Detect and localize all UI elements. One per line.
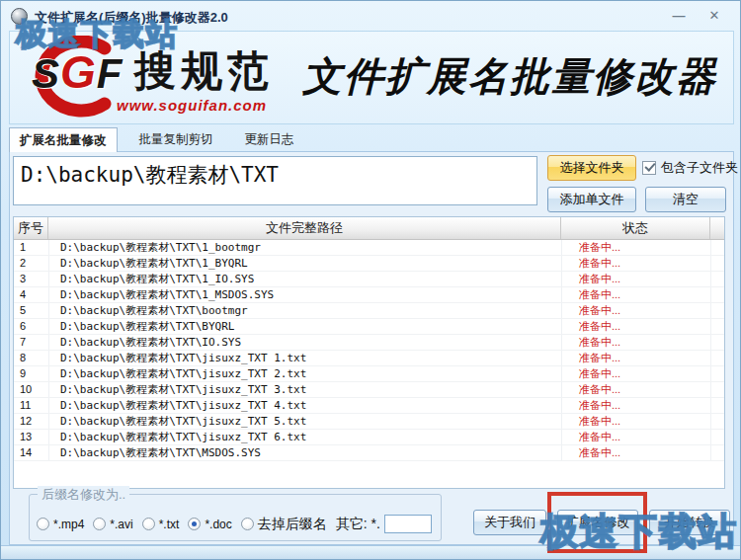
table-row[interactable]: 12 D:\backup\教程素材\TXT\jisuxz_TXT 5.txt 准… bbox=[14, 414, 724, 430]
cell-path: D:\backup\教程素材\TXT\bootmgr bbox=[48, 303, 561, 318]
cell-status: 准备中... bbox=[561, 398, 710, 413]
cell-path: D:\backup\教程素材\TXT\jisuxz_TXT 2.txt bbox=[48, 366, 561, 381]
logo-letter-g: G bbox=[60, 46, 97, 98]
cell-extra bbox=[710, 382, 724, 397]
extension-modify-button[interactable]: 扩展名修改 bbox=[557, 510, 638, 535]
table-row[interactable]: 4 D:\backup\教程素材\TXT\1_MSDOS.SYS 准备中... bbox=[14, 287, 724, 303]
cell-extra bbox=[710, 430, 724, 444]
cell-extra bbox=[710, 398, 724, 413]
cell-no: 1 bbox=[14, 240, 48, 255]
cell-status: 准备中... bbox=[561, 430, 710, 444]
radio-label: *.avi bbox=[110, 518, 132, 531]
cell-status: 准备中... bbox=[561, 256, 710, 271]
extension-radio[interactable]: *.doc bbox=[188, 518, 231, 531]
table-row[interactable]: 10 D:\backup\教程素材\TXT\jisuxz_TXT 3.txt 准… bbox=[14, 382, 724, 398]
logo-letter-s: S bbox=[32, 50, 60, 97]
cell-status: 准备中... bbox=[561, 303, 710, 318]
radio-circle-icon bbox=[37, 518, 49, 530]
header-extra bbox=[710, 217, 724, 239]
cell-path: D:\backup\教程素材\TXT\1_MSDOS.SYS bbox=[48, 287, 561, 302]
about-us-button[interactable]: 关于我们 bbox=[473, 510, 546, 535]
extension-radio[interactable]: *.mp4 bbox=[37, 518, 84, 531]
radio-circle-icon bbox=[188, 518, 201, 530]
app-window: 文件扩展名(后缀名)批量修改器2.0 — ✕ SGF 搜规范 www.sogui… bbox=[0, 0, 741, 560]
cell-no: 7 bbox=[14, 335, 48, 350]
close-button[interactable]: ✕ bbox=[702, 7, 726, 25]
file-table: 序号 文件完整路径 状态 1 D:\backup\教程素材\TXT\1_boot… bbox=[13, 216, 725, 489]
header-no[interactable]: 序号 bbox=[14, 217, 48, 239]
header-banner: SGF 搜规范 www.soguifan.com 文件扩展名批量修改器 bbox=[9, 31, 734, 124]
cell-no: 9 bbox=[14, 366, 48, 381]
cell-status: 准备中... bbox=[561, 335, 710, 350]
table-row[interactable]: 3 D:\backup\教程素材\TXT\1_IO.SYS 准备中... bbox=[14, 272, 724, 287]
radio-label: *.mp4 bbox=[53, 518, 84, 531]
cell-no: 6 bbox=[14, 319, 48, 334]
include-subfolders-checkbox[interactable]: 包含子文件夹 bbox=[642, 159, 738, 177]
app-icon bbox=[11, 8, 28, 25]
table-row[interactable]: 8 D:\backup\教程素材\TXT\jisuxz_TXT 1.txt 准备… bbox=[14, 351, 724, 366]
table-row[interactable]: 2 D:\backup\教程素材\TXT\1_BYQRL 准备中... bbox=[14, 256, 724, 272]
logo-cn-text: 搜规范 bbox=[134, 43, 274, 99]
cell-path: D:\backup\教程素材\TXT\jisuxz_TXT 1.txt bbox=[48, 351, 561, 365]
table-row[interactable]: 13 D:\backup\教程素材\TXT\jisuxz_TXT 6.txt 准… bbox=[14, 430, 724, 445]
radio-circle-icon bbox=[93, 518, 106, 530]
extension-radio[interactable]: *.txt bbox=[142, 518, 180, 531]
extension-groupbox: 后缀名修改为.. *.mp4 *.avi *.txt *.doc 去掉后缀名 其… bbox=[29, 494, 442, 541]
banner-title: 文件扩展名批量修改器 bbox=[302, 49, 717, 104]
folder-path-input[interactable]: D:\backup\教程素材\TXT bbox=[13, 156, 537, 205]
cell-path: D:\backup\教程素材\TXT\IO.SYS bbox=[48, 335, 561, 350]
cell-status: 准备中... bbox=[561, 382, 710, 397]
logo-url: www.soguifan.com bbox=[117, 97, 267, 114]
cell-extra bbox=[710, 256, 724, 271]
table-row[interactable]: 11 D:\backup\教程素材\TXT\jisuxz_TXT 4.txt 准… bbox=[14, 398, 724, 414]
cell-path: D:\backup\教程素材\TXT\jisuxz_TXT 4.txt bbox=[48, 398, 561, 413]
cell-status: 准备中... bbox=[561, 351, 710, 365]
other-extension-input[interactable] bbox=[384, 515, 432, 533]
cell-path: D:\backup\教程素材\TXT\1_bootmgr bbox=[48, 240, 561, 255]
logo-letter-f: F bbox=[97, 50, 124, 97]
extension-radio[interactable]: *.avi bbox=[93, 518, 132, 531]
cell-path: D:\backup\教程素材\TXT\jisuxz_TXT 6.txt bbox=[48, 430, 561, 444]
table-row[interactable]: 5 D:\backup\教程素材\TXT\bootmgr 准备中... bbox=[14, 303, 724, 319]
table-header-row: 序号 文件完整路径 状态 bbox=[14, 217, 724, 240]
cell-extra bbox=[710, 287, 724, 302]
table-row[interactable]: 9 D:\backup\教程素材\TXT\jisuxz_TXT 2.txt 准备… bbox=[14, 366, 724, 382]
title-bar: 文件扩展名(后缀名)批量修改器2.0 — ✕ bbox=[1, 1, 741, 31]
header-path[interactable]: 文件完整路径 bbox=[48, 217, 561, 239]
cell-extra bbox=[710, 366, 724, 381]
start-convert-button[interactable]: 开始转换 bbox=[649, 510, 730, 535]
cell-path: D:\backup\教程素材\TXT\jisuxz_TXT 5.txt bbox=[48, 414, 561, 429]
logo-letters: SGF bbox=[32, 45, 123, 99]
cell-extra bbox=[710, 445, 724, 460]
table-row[interactable]: 14 D:\backup\教程素材\TXT\MSDOS.SYS 准备中... bbox=[14, 445, 724, 461]
radio-label: *.txt bbox=[159, 518, 180, 531]
table-row[interactable]: 6 D:\backup\教程素材\TXT\BYQRL 准备中... bbox=[14, 319, 724, 335]
cell-extra bbox=[710, 272, 724, 286]
cell-no: 2 bbox=[14, 256, 48, 271]
cell-status: 准备中... bbox=[561, 366, 710, 381]
minimize-button[interactable]: — bbox=[667, 7, 691, 25]
cell-no: 14 bbox=[14, 445, 48, 460]
cell-no: 11 bbox=[14, 398, 48, 413]
clear-button[interactable]: 清空 bbox=[645, 187, 726, 212]
tab-batch-copy-cut[interactable]: 批量复制剪切 bbox=[129, 127, 223, 152]
extension-radio[interactable]: 去掉后缀名 bbox=[241, 516, 327, 533]
file-table-body: 1 D:\backup\教程素材\TXT\1_bootmgr 准备中... 2 … bbox=[14, 240, 724, 461]
cell-path: D:\backup\教程素材\TXT\1_IO.SYS bbox=[48, 272, 561, 286]
other-extension-label: 其它: *. bbox=[336, 516, 380, 533]
cell-status: 准备中... bbox=[561, 319, 710, 334]
tab-extension-batch-modify[interactable]: 扩展名批量修改 bbox=[9, 127, 118, 152]
extension-radio-row: *.mp4 *.avi *.txt *.doc 去掉后缀名 其它: *. bbox=[37, 515, 432, 533]
include-subfolders-label: 包含子文件夹 bbox=[661, 159, 738, 177]
cell-no: 3 bbox=[14, 272, 48, 286]
table-row[interactable]: 7 D:\backup\教程素材\TXT\IO.SYS 准备中... bbox=[14, 335, 724, 351]
header-status[interactable]: 状态 bbox=[561, 217, 710, 239]
cell-status: 准备中... bbox=[561, 287, 710, 302]
add-single-file-button[interactable]: 添加单文件 bbox=[547, 187, 636, 212]
table-row[interactable]: 1 D:\backup\教程素材\TXT\1_bootmgr 准备中... bbox=[14, 240, 724, 256]
select-folder-button[interactable]: 选择文件夹 bbox=[547, 155, 636, 181]
cell-extra bbox=[710, 351, 724, 365]
cell-extra bbox=[710, 335, 724, 350]
tab-update-log[interactable]: 更新日志 bbox=[235, 127, 304, 152]
cell-status: 准备中... bbox=[561, 445, 710, 460]
